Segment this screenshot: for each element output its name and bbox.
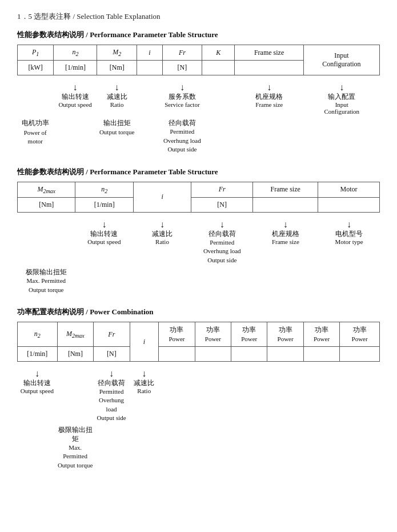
t2h1l1: M2max [18,182,75,197]
section3-title: 功率配置表结构说明 / Power Combination [17,307,380,317]
t1h3l2: [Nm] [97,61,137,75]
diag1-r2-col3-zh: 输出扭矩 [97,118,137,128]
diag1-col8-en: InputConfiguration [304,101,380,115]
diag3-col3-arrow: ↓ [93,369,130,379]
t3h8l1: 功率Power [267,322,303,347]
t2h5l2 [253,198,318,213]
t1h5l2: [N] [162,61,202,75]
diag3-r2-col2-zh: 极限输出扭矩 [57,425,94,443]
diag3-col1-arrow: ↓ [17,369,57,379]
diag1-r2-col5-en: PermittedOverhung loadOutput side [162,127,202,154]
t1h3l1: M2 [97,45,137,61]
diag2-col5-arrow: ↓ [253,219,318,230]
diag2-r2-rest [75,267,380,294]
t2h3l1: i [133,182,191,212]
diag1-col7-zh: 机座规格 [235,93,304,101]
section3-title-en: Power Combination [90,307,153,316]
diag2-r2-col1: 极限输出扭矩 Max. PermittedOutput torque [17,267,75,294]
diag3-r2-col2: 极限输出扭矩 Max. PermittedOutput torque [57,425,94,470]
section3: 功率配置表结构说明 / Power Combination n2 M2max F… [17,307,380,470]
t3h1l2: [1/min] [18,347,58,362]
t3h1l1: n2 [18,322,58,347]
diag1-col4 [137,82,162,115]
diag2-col3-zh: 减速比 [133,230,191,238]
t3h5l2 [159,347,195,362]
diag1-r2-col5-zh: 径向载荷 [162,118,202,127]
diag1-r2-col7 [235,118,304,154]
diag2-col5-en: Frame size [253,238,318,245]
section3-title-sep: / [86,307,88,316]
page-title: 1．5 选型表注释 / Selection Table Explanation [17,11,380,22]
diag1-col5-en: Service factor [162,101,202,108]
diag2-col6-arrow: ↓ [318,219,380,230]
diag3-col4-arrow: ↓ [130,369,159,379]
diag3-r2-col1 [17,425,57,470]
section2-diagram-row2: 极限输出扭矩 Max. PermittedOutput torque [17,265,380,294]
t2h6l2 [318,198,380,213]
t1h2l1: n2 [54,45,97,61]
diag1-col2-zh: 输出转速 [54,93,97,101]
diag2-col4-arrow: ↓ [191,219,253,230]
section2-table: M2max n2 i Fr Frame size Motor [Nm] [1/m… [17,182,380,213]
diag1-col7-en: Frame size [235,101,304,108]
t1h2l2: [1/min] [54,61,97,75]
diag1-r2-col4 [137,118,162,154]
diag2-col4-zh: 径向载荷 [191,230,253,238]
t2h6l1: Motor [318,182,380,197]
diag1-col2-en: Output speed [54,101,97,108]
diag3-col3-en: PermittedOverhung loadOutput side [93,387,130,423]
diag1-r2-col3-en: Output torque [97,129,137,135]
t2h2l2: [1/min] [75,198,133,213]
t1h7l2 [235,61,303,75]
diag1-r2-col5: 径向载荷 PermittedOverhung loadOutput side [162,118,202,154]
diag2-col5: ↓ 机座规格 Frame size [253,219,318,265]
diag1-col5-zh: 服务系数 [162,93,202,101]
diag1-col5: ↓ 服务系数 Service factor [162,82,202,115]
diag3-col3: ↓ 径向载荷 PermittedOverhung loadOutput side [93,369,130,423]
t3h10l2 [340,347,380,362]
t3h5l1: 功率Power [159,322,195,347]
diag1-col8: ↓ 输入配置 InputConfiguration [304,82,380,115]
t2h1l2: [Nm] [18,198,75,213]
t1h7l1: Frame size [235,45,303,61]
diag1-col8-arrow: ↓ [304,82,380,93]
diag2-col4-en: PermittedOverhung loadOutput side [191,238,253,265]
t3h2l2: [Nm] [57,347,93,362]
diag1-r2-col1: 电机功率 Power ofmotor [17,118,54,154]
section2-title-zh: 性能参数表结构说明 [17,167,84,176]
diag1-r2-col8 [304,118,380,154]
diag2-col6-en: Motor type [318,238,380,245]
t2h4l1: Fr [191,182,253,197]
diag2-col2-en: Output speed [75,238,134,245]
diag1-r2-col1-en: Power ofmotor [17,129,54,146]
t3h7l2 [231,347,267,362]
diag3-rest [159,369,380,423]
t3h4l1: i [130,322,159,362]
diag1-col5-arrow: ↓ [162,82,202,93]
t3h9l1: 功率Power [303,322,339,347]
diag3-col4-en: Ratio [130,387,159,394]
section1-table: P1 n2 M2 i Fr K Frame size InputConfigur… [17,45,380,75]
diag1-r2-col6 [202,118,235,154]
diag2-r2-col1-zh1: 极限输出扭矩 [17,267,75,277]
diag1-col7-arrow: ↓ [235,82,304,93]
diag2-col6: ↓ 电机型号 Motor type [318,219,380,265]
t2h5l1: Frame size [253,182,318,197]
section1-title-en: Performance Parameter Table Structure [90,30,218,39]
section2-title-en: Performance Parameter Table Structure [90,167,218,176]
diag2-col1 [17,219,75,265]
diag2-col3: ↓ 减速比 Ratio [133,219,191,265]
diag3-col1-en: Output speed [17,387,57,394]
table2-header-row2: [Nm] [1/min] [N] [18,198,380,213]
diag3-col4-zh: 减速比 [130,379,159,387]
diag1-r2-col2 [54,118,97,154]
t3h3l1: Fr [94,322,130,347]
diag1-col2: ↓ 输出转速 Output speed [54,82,97,115]
diag1-col6 [202,82,235,115]
t3h10l1: 功率Power [340,322,380,347]
section1-title-sep: / [86,30,88,39]
t3h2l1: M2max [57,322,93,347]
diag1-col3-en: Ratio [97,101,137,108]
t1h4l2 [137,61,162,75]
diag3-col2 [57,369,94,423]
